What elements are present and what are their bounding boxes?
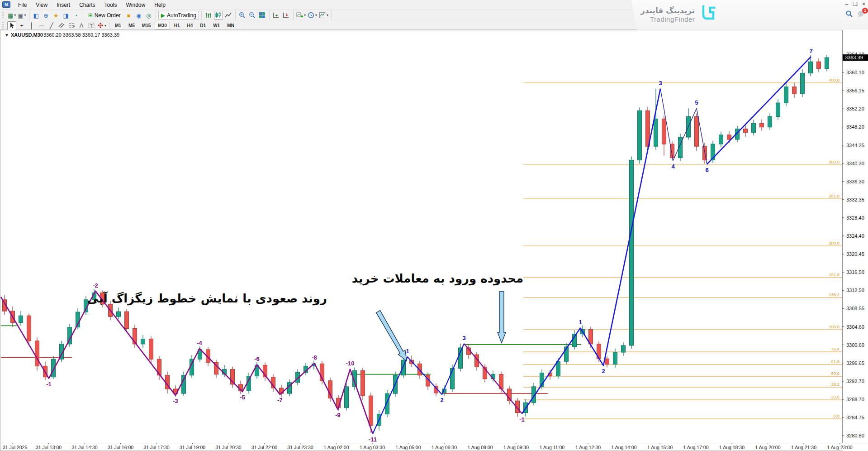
horizontal-line-button[interactable]: ─ xyxy=(37,21,46,30)
bars-icon xyxy=(205,12,212,19)
timeframe-m1[interactable]: M1 xyxy=(112,22,124,29)
swing-label: 3 xyxy=(462,335,465,341)
candles-icon xyxy=(215,12,222,19)
zoom-out-button[interactable] xyxy=(248,11,257,20)
timeframe-h1[interactable]: H1 xyxy=(171,22,183,29)
vertical-line-button[interactable]: │ xyxy=(27,21,36,30)
auto-scroll-button[interactable] xyxy=(272,11,281,20)
menu-view[interactable]: View xyxy=(31,1,52,9)
data-window-button[interactable]: ◨ xyxy=(62,11,71,20)
market-watch-button[interactable]: ◧ xyxy=(32,11,41,20)
chart-shift-button[interactable] xyxy=(282,11,291,20)
svg-text:50.0: 50.0 xyxy=(831,371,840,376)
timeframe-w1[interactable]: W1 xyxy=(210,22,223,29)
swing-label: -7 xyxy=(277,397,283,403)
toolbar-group-autotrading: ▶AutoTrading xyxy=(156,10,202,20)
live-update-button[interactable]: ◎ xyxy=(144,11,153,20)
menu-charts[interactable]: Charts xyxy=(75,1,100,9)
time-tick-label: 31 Jul 2025 xyxy=(3,445,27,450)
arrows-dropdown-caret[interactable]: ▾ xyxy=(104,24,106,28)
templates-dropdown-caret[interactable]: ▾ xyxy=(327,14,328,17)
indicators-list-button[interactable]: ▾ xyxy=(296,11,306,20)
cursor-button[interactable] xyxy=(7,21,16,30)
chart-window[interactable]: 400.0300.0261.8200.0161.8138.2100.076.46… xyxy=(0,30,868,451)
cursor-icon xyxy=(9,22,15,29)
toolbar-group-charts: ▦▾▣▾ xyxy=(5,10,29,20)
price-tick-label: 3292.70 xyxy=(846,379,864,384)
price-tick-label: 3348.20 xyxy=(846,124,864,130)
time-tick-label: 31 Jul 23:30 xyxy=(287,445,313,450)
text-button[interactable]: A xyxy=(77,21,86,30)
time-tick-label: 31 Jul 19:00 xyxy=(180,445,205,450)
close-button[interactable]: × xyxy=(862,1,865,7)
timeframe-m15[interactable]: M15 xyxy=(139,22,154,29)
price-tick-label: 3320.45 xyxy=(846,251,864,257)
search-icon[interactable] xyxy=(845,10,853,19)
notification-count-badge: 1 xyxy=(862,8,868,14)
price-tick-label: 3288.70 xyxy=(846,397,864,402)
arrows-icon xyxy=(97,22,104,29)
strategy-tester-button[interactable]: ◔ xyxy=(71,11,81,20)
new-chart-dropdown-caret[interactable]: ▾ xyxy=(14,14,16,17)
menu-tools[interactable]: Tools xyxy=(100,1,122,9)
time-tick-label: 1 Aug 14:00 xyxy=(611,445,636,450)
community-button[interactable]: ◉ xyxy=(134,11,143,20)
svg-text:200.0: 200.0 xyxy=(829,240,840,245)
price-tick-label: 3328.40 xyxy=(846,215,864,221)
timeframe-mn[interactable]: MN xyxy=(224,22,237,29)
templates-button[interactable]: ▾ xyxy=(318,11,329,20)
trendline-button[interactable]: ╱ xyxy=(47,21,56,30)
timeframe-d1[interactable]: D1 xyxy=(197,22,209,29)
profiles-button[interactable]: ▣▾ xyxy=(17,11,26,20)
svg-text:F: F xyxy=(73,24,75,27)
zoom-in-button[interactable] xyxy=(238,11,247,20)
favorites-button[interactable]: ★ xyxy=(52,11,61,20)
indicators-icon xyxy=(296,12,303,19)
timeframe-switcher: M1M5M15M30H1H4D1W1MN xyxy=(109,22,240,30)
time-tick-label: 31 Jul 22:00 xyxy=(251,445,277,450)
menu-file[interactable]: File xyxy=(14,1,31,9)
swing-label: -1 xyxy=(519,416,525,423)
arrows-button[interactable]: ▾ xyxy=(97,21,107,30)
timeframe-m30[interactable]: M30 xyxy=(155,22,170,29)
new-chart-button[interactable]: ▦▾ xyxy=(7,11,16,20)
restore-button[interactable]: ❒ xyxy=(853,1,858,7)
crosshair-button[interactable]: + xyxy=(17,21,26,30)
fibonacci-retracement-button[interactable]: F xyxy=(67,21,76,30)
periods-button[interactable]: ▾ xyxy=(307,11,318,20)
minimize-button[interactable]: – xyxy=(845,1,849,7)
toolbox-icon: ■ xyxy=(127,13,131,19)
menu-insert[interactable]: Insert xyxy=(52,1,75,9)
svg-text:23.6: 23.6 xyxy=(831,394,840,399)
price-tick-label: 3300.60 xyxy=(846,342,864,348)
candlestick-chart-button[interactable] xyxy=(214,11,223,20)
swing-label: 6 xyxy=(705,167,708,173)
indicators-list-dropdown-caret[interactable]: ▾ xyxy=(304,14,306,17)
toolbox-button[interactable]: ■ xyxy=(124,11,133,20)
timeframe-h4[interactable]: H4 xyxy=(184,22,196,29)
toolbar-grip[interactable] xyxy=(2,12,4,19)
menu-help[interactable]: Help xyxy=(150,1,170,9)
toolbar-group-drawing: +│─╱FAT▾ xyxy=(5,22,109,30)
navigator-button[interactable]: ⊕ xyxy=(42,11,51,20)
autotrading-button[interactable]: ▶AutoTrading xyxy=(158,11,199,20)
timeframe-m5[interactable]: M5 xyxy=(125,22,138,29)
bar-chart-button[interactable] xyxy=(204,11,213,20)
text-label-button[interactable]: T xyxy=(87,21,96,30)
fibo-icon: F xyxy=(68,22,75,29)
time-tick-label: 31 Jul 14:30 xyxy=(71,445,97,450)
new-order-button[interactable]: ⊞New Order xyxy=(85,11,123,20)
price-tick-label: 3336.30 xyxy=(846,179,864,184)
chart-canvas[interactable]: 400.0300.0261.8200.0161.8138.2100.076.46… xyxy=(0,30,868,451)
navigator-icon: ⊕ xyxy=(43,13,48,19)
svg-text:138.2: 138.2 xyxy=(829,292,840,297)
equidistant-channel-button[interactable] xyxy=(57,21,66,30)
tile-windows-button[interactable] xyxy=(258,11,267,20)
periods-dropdown-caret[interactable]: ▾ xyxy=(315,14,317,17)
line-chart-button[interactable] xyxy=(224,11,233,20)
notifications-icon[interactable]: 1 xyxy=(857,10,865,19)
toolbar-grip[interactable] xyxy=(2,22,4,29)
profiles-dropdown-caret[interactable]: ▾ xyxy=(24,14,26,17)
time-tick-label: 1 Aug 08:00 xyxy=(467,445,493,450)
menu-window[interactable]: Window xyxy=(122,1,150,9)
